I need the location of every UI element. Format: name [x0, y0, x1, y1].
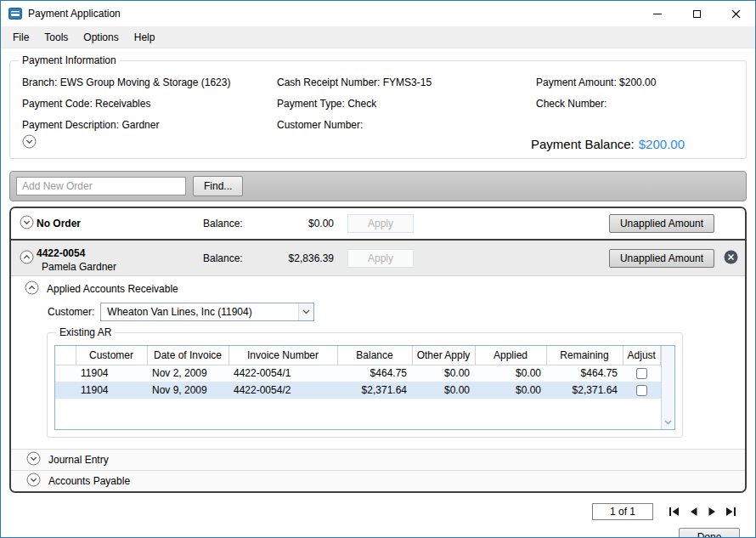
payment-info-expander[interactable] [22, 134, 37, 151]
order-balance-label: Balance: [203, 252, 243, 264]
maximize-icon [693, 10, 701, 18]
add-new-order-input[interactable] [16, 177, 186, 195]
row-selector[interactable] [55, 365, 76, 382]
window-title: Payment Application [28, 8, 121, 20]
order-unapplied-amount-button[interactable]: Unapplied Amount [609, 249, 714, 268]
customer-dropdown-value: Wheaton Van Lines, Inc (11904) [101, 306, 298, 318]
no-order-expander[interactable] [20, 215, 34, 232]
col-customer[interactable]: Customer [76, 346, 147, 365]
col-applied[interactable]: Applied [475, 346, 546, 365]
payment-code-field: Payment Code: Receivables [22, 98, 277, 110]
applied-ar-section-header: Applied Accounts Receivable [11, 276, 745, 302]
order-expander[interactable] [20, 250, 34, 267]
add-order-bar: Find... [9, 171, 747, 201]
expander-up-icon [25, 280, 39, 295]
applied-ar-title: Applied Accounts Receivable [47, 283, 178, 295]
journal-entry-section: Journal Entry [11, 449, 745, 470]
cell-customer: 11904 [76, 365, 147, 382]
cell-applied: $0.00 [475, 382, 546, 399]
col-date-of-invoice[interactable]: Date of Invoice [147, 346, 228, 365]
journal-entry-expander[interactable] [26, 451, 41, 468]
maximize-button[interactable] [677, 1, 716, 26]
cell-other-apply: $0.00 [412, 365, 475, 382]
close-button[interactable] [716, 1, 755, 26]
col-adjust[interactable]: Adjust [623, 346, 661, 365]
next-page-button[interactable] [702, 505, 721, 518]
existing-ar-group: Existing AR Customer [47, 332, 683, 438]
customer-row: Customer: Wheaton Van Lines, Inc (11904) [11, 302, 745, 322]
find-button[interactable]: Find... [193, 176, 243, 196]
payment-balance: Payment Balance:$200.00 [531, 137, 685, 151]
existing-ar-grid: Customer Date of Invoice Invoice Number … [54, 345, 675, 430]
customer-dropdown[interactable]: Wheaton Van Lines, Inc (11904) [100, 303, 314, 321]
payment-information-title: Payment Information [19, 54, 120, 66]
page-indicator-input[interactable] [592, 503, 653, 520]
footer: Done [9, 493, 747, 537]
next-page-icon [708, 507, 717, 517]
done-button[interactable]: Done [679, 528, 740, 537]
menu-tools[interactable]: Tools [37, 27, 76, 48]
applied-ar-expander[interactable] [25, 280, 39, 297]
expander-up-icon [20, 250, 34, 264]
minimize-button[interactable] [638, 1, 677, 26]
expander-down-icon [22, 134, 37, 149]
scroll-down-icon [664, 416, 672, 428]
first-page-button[interactable] [665, 505, 684, 518]
prev-page-button[interactable] [684, 505, 702, 518]
cell-applied: $0.00 [475, 365, 546, 382]
expander-down-icon [26, 473, 41, 487]
order-apply-button[interactable]: Apply [347, 249, 414, 268]
order-row-4422-0054: 4422-0054 Pamela Gardner Balance: $2,836… [11, 239, 745, 276]
col-remaining[interactable]: Remaining [546, 346, 623, 365]
cell-remaining: $2,371.64 [546, 382, 623, 399]
adjust-checkbox[interactable] [636, 385, 647, 396]
cell-date: Nov 9, 2009 [147, 382, 228, 399]
last-page-button[interactable] [721, 505, 740, 518]
check-number-field: Check Number: [536, 98, 734, 110]
expander-down-icon [26, 451, 41, 466]
order-balance-value: $2,836.39 [240, 252, 334, 264]
remove-order-icon [724, 250, 738, 264]
no-order-title: No Order [37, 218, 81, 229]
col-balance[interactable]: Balance [337, 346, 412, 365]
existing-ar-title: Existing AR [56, 326, 115, 338]
menu-help[interactable]: Help [127, 27, 163, 48]
menu-options[interactable]: Options [76, 27, 126, 48]
adjust-checkbox[interactable] [636, 368, 647, 379]
no-order-apply-button[interactable]: Apply [347, 214, 414, 233]
no-order-balance-value: $0.00 [240, 218, 334, 229]
title-bar: Payment Application [1, 1, 755, 26]
customer-label: Customer: [48, 306, 94, 318]
accounts-payable-section: Accounts Payable [11, 470, 745, 491]
no-order-unapplied-amount-button[interactable]: Unapplied Amount [609, 214, 714, 233]
journal-entry-title: Journal Entry [48, 454, 109, 466]
menu-file[interactable]: File [5, 27, 37, 48]
cell-customer: 11904 [76, 382, 147, 399]
payment-balance-value: $200.00 [639, 137, 685, 151]
row-selector[interactable] [55, 382, 76, 399]
row-selector-header [55, 346, 76, 365]
minimize-icon [653, 14, 662, 14]
table-row[interactable]: 11904 Nov 2, 2009 4422-0054/1 $464.75 $0… [55, 365, 661, 382]
payment-application-window: Payment Application File Tools Options H… [0, 0, 756, 538]
menu-bar: File Tools Options Help [1, 26, 755, 48]
col-other-apply[interactable]: Other Apply [412, 346, 475, 365]
table-row[interactable]: 11904 Nov 9, 2009 4422-0054/2 $2,371.64 … [55, 382, 661, 399]
last-page-icon [725, 507, 736, 517]
cell-balance: $464.75 [337, 365, 412, 382]
customer-number-field: Customer Number: [277, 119, 536, 131]
cell-invoice: 4422-0054/2 [228, 382, 337, 399]
payment-description-field: Payment Description: Gardner [22, 119, 277, 131]
col-invoice-number[interactable]: Invoice Number [228, 346, 337, 365]
no-order-balance-label: Balance: [203, 218, 243, 229]
accounts-payable-expander[interactable] [26, 473, 41, 490]
payment-type-field: Payment Type: Check [277, 98, 536, 110]
cash-receipt-field: Cash Receipt Number: FYMS3-15 [277, 76, 536, 88]
dropdown-arrow-icon [298, 303, 313, 320]
orders-panel: No Order Balance: $0.00 Apply Unapplied … [9, 207, 747, 493]
order-number: 4422-0054 [37, 247, 85, 259]
no-order-row: No Order Balance: $0.00 Apply Unapplied … [11, 208, 745, 239]
remove-order-button[interactable] [724, 250, 738, 267]
table-scrollbar[interactable] [661, 346, 674, 429]
accounts-payable-title: Accounts Payable [48, 475, 130, 487]
